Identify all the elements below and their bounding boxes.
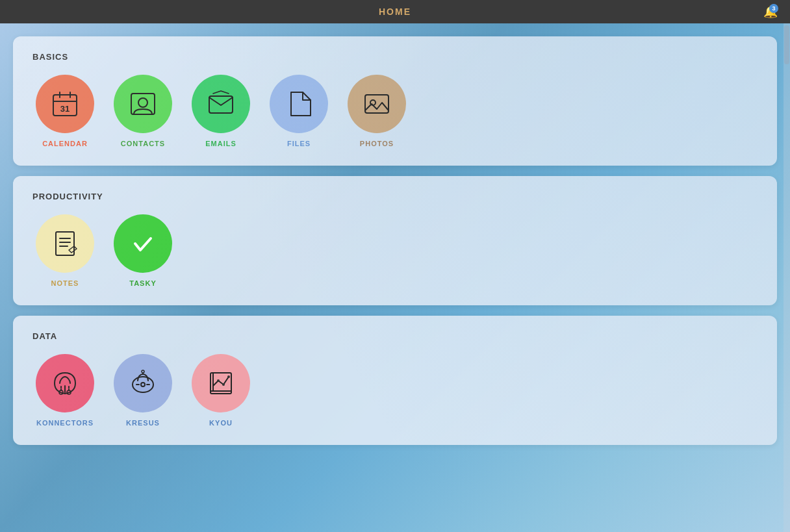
data-title: DATA (32, 331, 758, 341)
kyou-circle (192, 354, 250, 412)
kyou-app[interactable]: KYOU (188, 354, 253, 427)
kresus-app[interactable]: KRESUS (110, 354, 175, 427)
productivity-apps-row: NOTES TASKY (32, 214, 758, 287)
notes-icon (49, 228, 81, 259)
files-icon (283, 88, 314, 120)
tasky-icon (127, 228, 159, 259)
data-apps-row: KONNECTORS KRESUS (32, 354, 758, 427)
emails-label: EMAILS (205, 140, 236, 147)
notes-label: NOTES (51, 279, 79, 287)
svg-point-31 (227, 375, 230, 378)
files-circle (270, 75, 328, 133)
files-app[interactable]: FILES (266, 75, 331, 147)
emails-circle (192, 75, 250, 133)
header: HOME 🔔 3 (0, 0, 790, 23)
calendar-circle: 31 (36, 75, 94, 133)
photos-circle (348, 75, 406, 133)
kresus-icon (127, 368, 159, 399)
productivity-title: PRODUCTIVITY (32, 192, 758, 201)
calendar-app[interactable]: 31 CALENDAR (32, 75, 97, 147)
konnectors-circle (36, 354, 94, 412)
kresus-label: KRESUS (126, 419, 160, 427)
tasky-circle (114, 214, 172, 273)
svg-text:31: 31 (60, 104, 70, 114)
tasky-app[interactable]: TASKY (110, 214, 175, 287)
productivity-section: PRODUCTIVITY NOTES (13, 176, 777, 305)
svg-point-30 (222, 383, 225, 386)
svg-point-6 (138, 98, 147, 107)
contacts-app[interactable]: CONTACTS (110, 75, 175, 147)
kyou-label: KYOU (209, 419, 233, 427)
data-section: DATA KONNECTORS (13, 316, 777, 445)
files-label: FILES (287, 140, 311, 147)
kyou-icon (205, 368, 236, 399)
notification-count: 3 (769, 4, 778, 13)
main-content: BASICS 31 CALENDAR (0, 23, 790, 532)
basics-section: BASICS 31 CALENDAR (13, 36, 777, 166)
contacts-circle (114, 75, 172, 133)
svg-point-22 (142, 370, 144, 373)
svg-point-29 (217, 379, 220, 382)
emails-icon (205, 88, 236, 120)
tasky-label: TASKY (129, 279, 156, 287)
emails-app[interactable]: EMAILS (188, 75, 253, 147)
contacts-label: CONTACTS (121, 140, 165, 147)
svg-point-20 (133, 377, 153, 392)
konnectors-icon (49, 368, 81, 399)
notes-app[interactable]: NOTES (32, 214, 97, 287)
notes-circle (36, 214, 94, 273)
page-title: HOME (379, 6, 411, 17)
svg-rect-8 (365, 95, 389, 113)
photos-label: PHOTOS (360, 140, 394, 147)
photos-app[interactable]: PHOTOS (344, 75, 409, 147)
basics-apps-row: 31 CALENDAR CONTACTS (32, 75, 758, 147)
basics-title: BASICS (32, 52, 758, 62)
konnectors-label: KONNECTORS (36, 419, 94, 427)
konnectors-app[interactable]: KONNECTORS (32, 354, 97, 427)
calendar-label: CALENDAR (42, 140, 88, 147)
scrollbar-thumb[interactable] (784, 25, 789, 64)
svg-point-25 (141, 383, 145, 386)
contacts-icon (127, 88, 159, 120)
notification-button[interactable]: 🔔 3 (761, 3, 780, 21)
calendar-icon: 31 (49, 88, 81, 120)
photos-icon (361, 88, 392, 120)
svg-rect-10 (56, 232, 74, 255)
kresus-circle (114, 354, 172, 412)
scrollbar-track (784, 23, 790, 532)
